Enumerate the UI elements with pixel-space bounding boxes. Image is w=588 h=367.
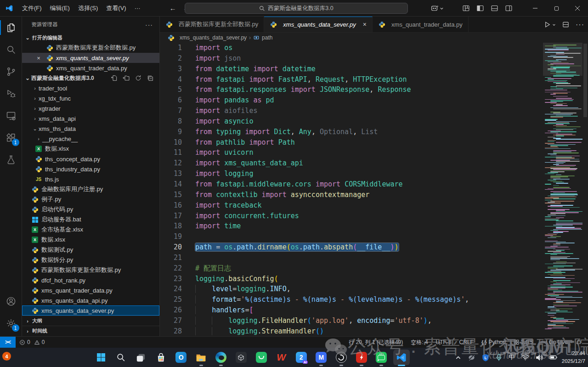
tree-folder-xgtrader[interactable]: ›xgtrader — [22, 103, 159, 113]
tree-folder-xms_ths_data[interactable]: ⌄xms_ths_data — [22, 124, 159, 134]
remote-indicator[interactable]: >< — [0, 337, 16, 348]
tree-file-数据拆分.py[interactable]: 数据拆分.py — [22, 255, 159, 265]
code-line-23[interactable]: 23logging.basicConfig( — [160, 274, 588, 284]
collapse-all-icon[interactable] — [147, 74, 154, 82]
activity-source-control-icon[interactable] — [0, 61, 22, 83]
status-item[interactable]: UTF-8 — [436, 339, 452, 345]
tree-file-dfcf_hot_rank.py[interactable]: dfcf_hot_rank.py — [22, 275, 159, 285]
timeline-section-header[interactable]: ›时间线 — [22, 326, 159, 336]
code-line-19[interactable]: 19 — [160, 231, 588, 242]
taskbar-vscode-icon[interactable] — [391, 348, 412, 367]
menu-···[interactable]: ··· — [130, 3, 145, 14]
explorer-more-button[interactable]: ··· — [145, 21, 153, 28]
code-line-21[interactable]: 21 — [160, 253, 588, 263]
tab-xms_quants_data_sever.py[interactable]: xms_quants_data_sever.py× — [264, 17, 373, 32]
toggle-secondary-sidebar-icon[interactable] — [505, 2, 513, 14]
code-line-9[interactable]: 9from typing import Dict, Any, Optional,… — [160, 127, 588, 137]
code-line-18[interactable]: 18import time — [160, 221, 588, 231]
open-editor-item[interactable]: xms_quant_trader_data.py — [22, 63, 159, 73]
tray-chevron-up-icon[interactable] — [455, 355, 461, 361]
code-line-7[interactable]: 7import aiofiles — [160, 106, 588, 116]
status-item[interactable]: 空格: 4 — [411, 339, 428, 346]
new-file-icon[interactable] — [111, 74, 118, 82]
code-line-17[interactable]: 17import concurrent.futures — [160, 211, 588, 221]
customize-layout-icon[interactable] — [462, 2, 470, 14]
tree-file-ths.js[interactable]: JSths.js — [22, 174, 159, 184]
tree-file-xms_quants_data_sever.py[interactable]: xms_quants_data_sever.py — [22, 305, 159, 316]
scrollbar[interactable] — [582, 43, 588, 336]
tray-battery-icon[interactable] — [549, 355, 558, 360]
taskbar-outlook-icon[interactable]: O — [171, 348, 191, 367]
taskbar-green-app-icon[interactable] — [251, 348, 271, 367]
taskbar-search-icon[interactable] — [111, 348, 131, 367]
code-line-11[interactable]: 11import uvicorn — [160, 147, 588, 158]
taskbar-red-app-icon[interactable] — [351, 348, 372, 367]
tray-shield-l-icon[interactable]: L — [482, 354, 489, 361]
tree-file-启动服务器.bat[interactable]: 启动服务器.bat — [22, 215, 159, 225]
code-line-3[interactable]: 3from datetime import datetime — [160, 64, 588, 74]
taskbar-ai-app-icon[interactable]: 2AI — [291, 348, 311, 367]
maximize-button[interactable] — [546, 0, 567, 17]
toggle-panel-icon[interactable] — [491, 2, 498, 14]
open-editor-item[interactable]: ×xms_quants_data_sever.py — [22, 53, 159, 63]
code-line-16[interactable]: 16import traceback — [160, 200, 588, 211]
tray-ime-zh-icon[interactable]: 中 — [509, 353, 515, 361]
tree-file-启动代码.py[interactable]: 启动代码.py — [22, 204, 159, 215]
taskbar-wps-icon[interactable]: W — [271, 348, 291, 367]
activity-remote-explorer-icon[interactable] — [0, 105, 22, 127]
code-area[interactable]: 1import os2import json3from datetime imp… — [160, 43, 588, 336]
activity-extensions-icon[interactable]: 1 — [0, 127, 22, 149]
tree-file-xms_quants_data_api.py[interactable]: xms_quants_data_api.py — [22, 295, 159, 305]
taskbar-store-icon[interactable] — [151, 348, 171, 367]
tree-file-ths_industry_data.py[interactable]: ths_industry_data.py — [22, 164, 159, 174]
code-line-26[interactable]: 26 handlers=[ — [160, 305, 588, 316]
tab-西蒙斯数据库更新全部数据.py[interactable]: 西蒙斯数据库更新全部数据.py — [160, 17, 264, 32]
code-line-6[interactable]: 6import pandas as pd — [160, 95, 588, 106]
menu-选择[interactable]: 选择(S) — [74, 3, 102, 14]
code-line-4[interactable]: 4from fastapi import FastAPI, Request, H… — [160, 74, 588, 85]
tree-file-数据.xlsx[interactable]: X数据.xlsx — [22, 144, 159, 154]
activity-search-icon[interactable] — [0, 39, 22, 61]
code-line-15[interactable]: 15from contextlib import asynccontextman… — [160, 190, 588, 200]
run-button[interactable] — [544, 21, 556, 28]
toggle-sidebar-icon[interactable] — [476, 2, 484, 14]
taskbar-start-icon[interactable] — [91, 348, 111, 367]
code-line-5[interactable]: 5from fastapi.responses import JSONRespo… — [160, 85, 588, 95]
activity-account-icon[interactable] — [0, 290, 22, 312]
tray-hidden-items-icon[interactable] — [468, 354, 475, 361]
code-line-1[interactable]: 1import os — [160, 43, 588, 53]
refresh-icon[interactable] — [135, 74, 142, 82]
code-line-25[interactable]: 25 format='%(asctime)s - %(name)s - %(le… — [160, 294, 588, 305]
breadcrumb[interactable]: xms_quants_data_sever.py › path — [160, 33, 588, 43]
outline-section-header[interactable]: ›大纲 — [22, 316, 159, 326]
tab-close-icon[interactable]: × — [363, 21, 367, 28]
code-line-10[interactable]: 10from pathlib import Path — [160, 137, 588, 148]
code-line-13[interactable]: 13import logging — [160, 169, 588, 179]
status-item[interactable]: CRLF — [459, 339, 474, 345]
code-line-24[interactable]: 24 level=logging.INFO, — [160, 284, 588, 294]
menu-文件[interactable]: 文件(F) — [18, 3, 46, 14]
command-center-search[interactable]: 西蒙斯金融量化数据库3.0 — [185, 3, 408, 14]
tray-mic-icon[interactable] — [496, 354, 502, 361]
more-actions-icon[interactable]: ··· — [576, 21, 584, 29]
tree-file-金融数据库用户注册.py[interactable]: 金融数据库用户注册.py — [22, 184, 159, 194]
tree-folder-trader_tool[interactable]: ›trader_tool — [22, 83, 159, 93]
minimize-button[interactable] — [525, 0, 546, 17]
code-line-22[interactable]: 22# 配置日志 — [160, 263, 588, 274]
tree-file-西蒙斯数据库更新全部数据.py[interactable]: 西蒙斯数据库更新全部数据.py — [22, 265, 159, 275]
tree-file-例子.py[interactable]: 例子.py — [22, 194, 159, 204]
project-folder-header[interactable]: ⌄ 西蒙斯金融量化数据库3.0 — [22, 73, 159, 83]
activity-files-icon[interactable] — [0, 17, 22, 39]
menu-编辑[interactable]: 编辑(E) — [46, 3, 74, 14]
open-editor-item[interactable]: 西蒙斯数据库更新全部数据.py — [22, 43, 159, 53]
code-line-2[interactable]: 2import json — [160, 53, 588, 64]
tree-file-全市场基金.xlsx[interactable]: X全市场基金.xlsx — [22, 225, 159, 235]
taskbar-cube-app-icon[interactable] — [231, 348, 251, 367]
tree-folder-xms_data_api[interactable]: ›xms_data_api — [22, 113, 159, 124]
menu-查看[interactable]: 查看(V) — [102, 3, 130, 14]
code-line-8[interactable]: 8import asyncio — [160, 116, 588, 127]
tree-file-xms_quant_trader_data.py[interactable]: xms_quant_trader_data.py — [22, 285, 159, 295]
taskbar-file-explorer-icon[interactable] — [191, 348, 211, 367]
tray-volume-icon[interactable] — [536, 354, 543, 361]
status-item[interactable]: 行 20, 列 1 (已选择49) — [349, 339, 403, 346]
